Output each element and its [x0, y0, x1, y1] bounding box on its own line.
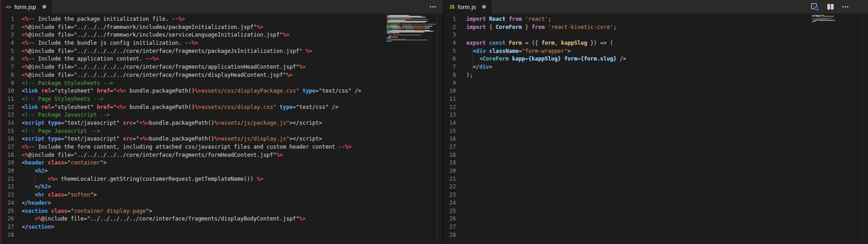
editor-group-left: <> form.jsp 1<%-- Include the package in… — [0, 0, 443, 244]
code-line[interactable]: 18 — [443, 151, 868, 160]
code-line[interactable]: 19 — [443, 159, 868, 167]
line-number: 10 — [0, 87, 14, 95]
code-text — [466, 127, 868, 136]
tab-form-jsp[interactable]: <> form.jsp — [0, 0, 52, 14]
code-line[interactable]: 27 — [443, 223, 868, 231]
code-text: <%@include file="../../../framework/incl… — [22, 23, 443, 32]
line-number: 6 — [0, 55, 14, 63]
line-number: 4 — [0, 39, 14, 47]
code-line[interactable]: 6 <CoreForm kapp={kappSlug} form={form.s… — [443, 55, 868, 63]
code-line[interactable]: 9 — [443, 80, 868, 88]
minimap-left[interactable] — [387, 15, 436, 42]
js-file-icon: JS — [449, 5, 455, 9]
line-number: 28 — [0, 231, 14, 239]
code-line[interactable]: 21 <%= themeLocalizer.getString(customer… — [0, 175, 443, 183]
code-line[interactable]: 15<!-- Page Javascript --> — [0, 127, 443, 136]
code-text: <link rel="stylesheet" href="<%= bundle.… — [22, 87, 443, 95]
code-line[interactable]: 3<%@include file="../../../framework/inc… — [0, 31, 443, 39]
code-line[interactable]: 19<header class="container"> — [0, 159, 443, 167]
code-line[interactable]: 26 — [443, 215, 868, 223]
line-number: 21 — [443, 175, 456, 183]
code-line[interactable]: 5 <div className="form-wrapper"> — [443, 47, 868, 56]
code-text: <CoreForm kapp={kappSlug} form={form.slu… — [466, 55, 868, 63]
code-text: </section> — [22, 223, 443, 231]
code-line[interactable]: 11<!-- Page Stylesheets --> — [0, 95, 443, 103]
code-line[interactable]: 22 — [443, 183, 868, 191]
code-line[interactable]: 15 — [443, 127, 868, 136]
code-line[interactable]: 5<%@include file="../../../../../core/in… — [0, 47, 443, 56]
tab-form-js[interactable]: JS form.js — [443, 0, 492, 14]
code-line[interactable]: 2<%@include file="../../../framework/inc… — [0, 23, 443, 32]
line-number: 14 — [443, 119, 456, 127]
line-number: 16 — [0, 135, 14, 143]
more-actions-icon[interactable] — [429, 3, 436, 10]
open-preview-icon[interactable] — [810, 2, 819, 11]
code-line[interactable]: 23 — [443, 191, 868, 199]
code-text: <%@include file="../../../../../core/int… — [22, 215, 443, 223]
line-number: 5 — [443, 47, 456, 56]
code-text: <%@include file="../../../../../core/int… — [22, 47, 443, 56]
code-line[interactable]: 3 — [443, 31, 868, 39]
code-area-form-jsp[interactable]: 1<%-- Include the package initialization… — [0, 14, 443, 239]
code-line[interactable]: 17 — [443, 143, 868, 151]
line-number: 24 — [0, 199, 14, 207]
code-text: </header> — [22, 199, 443, 207]
code-line[interactable]: 18<%@include file="../../../../../core/i… — [0, 151, 443, 160]
split-editor-icon[interactable] — [826, 2, 835, 11]
code-line[interactable]: 28 — [443, 231, 868, 239]
code-line[interactable]: 12 — [443, 103, 868, 112]
code-line[interactable]: 14 — [443, 119, 868, 127]
code-line[interactable]: 14<script type="text/javascript" src="<%… — [0, 119, 443, 127]
code-line[interactable]: 24 — [443, 199, 868, 207]
code-line[interactable]: 1<%-- Include the package initialization… — [0, 15, 443, 23]
code-line[interactable]: 2import { CoreForm } from 'react-kinetic… — [443, 23, 868, 32]
code-text: <%= themeLocalizer.getString(customerReq… — [22, 175, 443, 183]
code-line[interactable]: 6<%-- Include the application content. -… — [0, 55, 443, 63]
code-line[interactable]: 8); — [443, 71, 868, 80]
code-line[interactable]: 22 </h2> — [0, 183, 443, 191]
more-actions-icon[interactable] — [842, 3, 849, 10]
code-text — [466, 191, 868, 199]
line-number: 17 — [0, 143, 14, 151]
code-line[interactable]: 4<%-- Include the bundle js config initi… — [0, 39, 443, 47]
code-line[interactable]: 17<%-- Include the form content, includi… — [0, 143, 443, 151]
code-line[interactable]: 23 <hr class="soften"> — [0, 191, 443, 199]
line-number: 26 — [0, 215, 14, 223]
code-text — [466, 80, 868, 88]
code-line[interactable]: 28 — [0, 231, 443, 239]
line-number: 7 — [443, 63, 456, 71]
code-line[interactable]: 7 </div> — [443, 63, 868, 71]
code-line[interactable]: 21 — [443, 175, 868, 183]
code-line[interactable]: 25<section class="container display-page… — [0, 207, 443, 216]
code-line[interactable]: 24</header> — [0, 199, 443, 207]
code-line[interactable]: 11 — [443, 95, 868, 103]
code-line[interactable]: 12<link rel="stylesheet" href="<%= bundl… — [0, 103, 443, 112]
code-line[interactable]: 26 <%@include file="../../../../../core/… — [0, 215, 443, 223]
code-line[interactable]: 13<!-- Package Javascript --> — [0, 111, 443, 119]
code-line[interactable]: 20 — [443, 167, 868, 175]
code-line[interactable]: 9<!-- Package Stylesheets --> — [0, 80, 443, 88]
code-text: </div> — [466, 63, 868, 71]
minimap-right[interactable] — [812, 15, 862, 23]
code-line[interactable]: 8<%@include file="../../../../../core/in… — [0, 71, 443, 80]
code-line[interactable]: 10<link rel="stylesheet" href="<%= bundl… — [0, 87, 443, 95]
html-file-icon: <> — [6, 5, 11, 9]
code-text: <%-- Include the form content, including… — [22, 143, 443, 151]
code-line[interactable]: 25 — [443, 207, 868, 216]
code-line[interactable]: 16 — [443, 135, 868, 143]
code-line[interactable]: 10 — [443, 87, 868, 95]
code-line[interactable]: 1import React from 'react'; — [443, 15, 868, 23]
vscode-window: <> form.jsp 1<%-- Include the package in… — [0, 0, 868, 244]
code-line[interactable]: 16<script type="text/javascript" src="<%… — [0, 135, 443, 143]
code-text: <%@include file="../../../framework/incl… — [22, 31, 443, 39]
code-line[interactable]: 20 <h2> — [0, 167, 443, 175]
code-text: import { CoreForm } from 'react-kinetic-… — [466, 23, 868, 32]
code-line[interactable]: 4export const Form = ({ form, kappSlug }… — [443, 39, 868, 47]
code-line[interactable]: 27</section> — [0, 223, 443, 231]
code-line[interactable]: 13 — [443, 111, 868, 119]
code-line[interactable]: 7<%@include file="../../../../../core/in… — [0, 63, 443, 71]
code-text — [466, 31, 868, 39]
line-number: 9 — [0, 80, 14, 88]
line-number: 28 — [443, 231, 456, 239]
code-area-form-js[interactable]: 1import React from 'react';2import { Cor… — [443, 14, 868, 239]
